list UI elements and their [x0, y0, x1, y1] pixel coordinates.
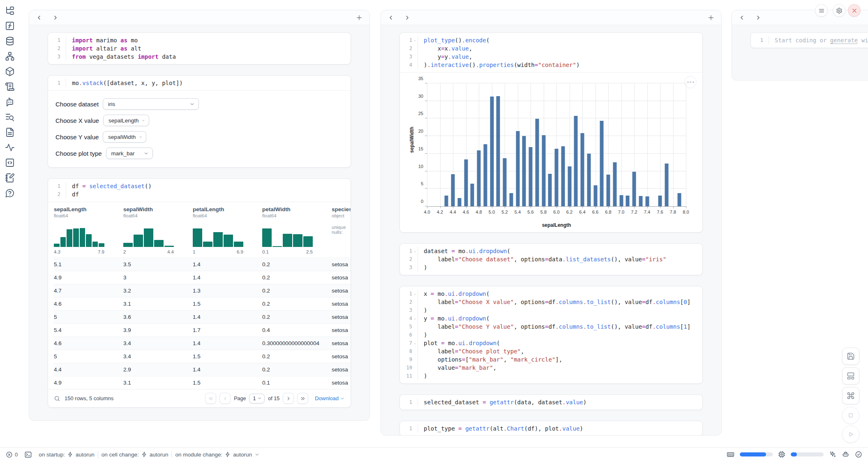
table-column-header[interactable]: petalWidthfloat640.12.5: [262, 206, 332, 258]
workflow-icon[interactable]: [5, 51, 15, 61]
table-row[interactable]: 4.63.41.40.30000000000000004setosa: [54, 337, 351, 350]
prev-page-button[interactable]: [219, 393, 231, 404]
download-button[interactable]: Download: [315, 395, 345, 401]
chevron-right-icon[interactable]: [404, 14, 411, 21]
code-text[interactable]: ): [418, 372, 433, 380]
code-text[interactable]: options=["mark_bar", "mark_circle"],: [418, 355, 568, 364]
package-icon[interactable]: [5, 67, 15, 76]
code-cell-xyplot-dropdowns[interactable]: 1⌄x = mo.ui.dropdown(2 label="Choose X v…: [399, 286, 703, 384]
list-search-icon[interactable]: [5, 112, 15, 122]
chart-bar[interactable]: [477, 150, 481, 206]
chart-bar[interactable]: [639, 196, 642, 206]
chevron-right-icon[interactable]: [52, 14, 59, 21]
table-row[interactable]: 4.63.11.50.2setosa: [54, 297, 351, 310]
chart-bar[interactable]: [555, 149, 559, 206]
code-text[interactable]: selected_dataset = getattr(data, dataset…: [418, 398, 592, 406]
table-row[interactable]: 53.41.50.2setosa: [54, 350, 351, 363]
empty-code-cell[interactable]: 1 Start coding or generate with AI: [750, 32, 868, 48]
chart-bar[interactable]: [496, 96, 500, 206]
code-text[interactable]: ): [418, 263, 433, 272]
chart-bar[interactable]: [574, 116, 578, 206]
table-row[interactable]: 4.931.40.2setosa: [54, 271, 351, 284]
code-square-icon[interactable]: [5, 158, 15, 168]
fold-toggle-icon[interactable]: ⌄: [412, 247, 418, 255]
chart-bar[interactable]: [626, 196, 630, 206]
chart-bar[interactable]: [542, 135, 545, 206]
code-text[interactable]: x = mo.ui.dropdown(: [418, 290, 495, 298]
chart-bar[interactable]: [451, 174, 455, 206]
chart-bar[interactable]: [522, 136, 526, 206]
chart-bar[interactable]: [613, 162, 616, 206]
table-row[interactable]: 4.93.11.50.1setosa: [54, 376, 351, 389]
code-text[interactable]: from vega_datasets import data: [66, 53, 182, 61]
add-cell-button[interactable]: [356, 14, 363, 21]
chart-bar[interactable]: [607, 175, 610, 206]
chart-bar[interactable]: [581, 133, 584, 206]
code-text[interactable]: label="Choose Y value", options=df.colum…: [418, 323, 696, 331]
code-text[interactable]: label="Choose plot type",: [418, 347, 530, 355]
terminal-icon[interactable]: [24, 451, 32, 459]
chart-bar[interactable]: [529, 147, 533, 206]
code-text[interactable]: mo.vstack([dataset, x, y, plot]): [66, 79, 189, 87]
search-icon[interactable]: [54, 395, 60, 402]
choose-plot-type-select[interactable]: mark_bar: [106, 148, 153, 159]
sparkles-icon[interactable]: [829, 451, 836, 458]
chart-bar[interactable]: [509, 193, 513, 206]
code-text[interactable]: df = selected_dataset(): [66, 182, 157, 190]
code-text[interactable]: dataset = mo.ui.dropdown(: [418, 247, 516, 255]
code-placeholder[interactable]: Start coding or generate with AI: [769, 36, 868, 44]
chart-bar[interactable]: [490, 97, 494, 206]
chart-bar[interactable]: [593, 185, 597, 206]
fold-toggle-icon[interactable]: ⌄: [412, 314, 418, 323]
code-text[interactable]: plot_type = getattr(alt.Chart(df), plot.…: [418, 424, 589, 433]
first-page-button[interactable]: [205, 393, 216, 404]
chevron-left-icon[interactable]: [388, 14, 394, 21]
code-cell-selected-dataset[interactable]: 1selected_dataset = getattr(data, datase…: [399, 394, 703, 410]
chart-bar[interactable]: [503, 158, 507, 206]
table-column-header[interactable]: sepalWidthfloat6424.4: [123, 206, 193, 258]
chart-bar[interactable]: [678, 193, 681, 206]
notebook-pen-icon[interactable]: [5, 173, 15, 183]
chart-bar[interactable]: [464, 159, 468, 206]
generate-link[interactable]: generate: [830, 37, 858, 44]
scroll-text-icon[interactable]: [5, 82, 15, 92]
settings-button[interactable]: [833, 4, 845, 17]
save-button[interactable]: [842, 348, 859, 365]
menu-button[interactable]: [815, 4, 828, 17]
activity-icon[interactable]: [5, 143, 15, 152]
code-text[interactable]: y = mo.ui.dropdown(: [418, 314, 495, 323]
command-palette-button[interactable]: [842, 387, 859, 404]
code-text[interactable]: import altair as alt: [66, 44, 147, 53]
function-square-icon[interactable]: [5, 21, 15, 31]
code-text[interactable]: ): [418, 306, 433, 314]
page-select[interactable]: 1: [249, 394, 265, 403]
code-text[interactable]: label="Choose X value", options=df.colum…: [418, 298, 696, 306]
bot-message-icon[interactable]: [5, 97, 15, 107]
chart-bar[interactable]: [568, 166, 571, 206]
chevron-right-icon[interactable]: [755, 14, 762, 21]
chart-bar[interactable]: [561, 146, 565, 206]
code-text[interactable]: y=y.value,: [418, 53, 478, 61]
code-text[interactable]: ).interactive().properties(width="contai…: [418, 61, 585, 69]
chart-bar[interactable]: [619, 195, 623, 206]
add-cell-button[interactable]: [707, 14, 715, 21]
code-text[interactable]: plot = mo.ui.dropdown(: [418, 339, 506, 347]
code-text[interactable]: x=x.value,: [418, 44, 478, 53]
table-row[interactable]: 53.61.40.2setosa: [54, 310, 351, 323]
chart-bar[interactable]: [445, 196, 448, 206]
help-bubble-icon[interactable]: [5, 188, 15, 198]
code-text[interactable]: import marimo as mo: [66, 36, 143, 44]
run-setting[interactable]: on module change:autorun: [175, 452, 260, 458]
fold-toggle-icon[interactable]: ⌄: [412, 36, 418, 44]
chart-bar[interactable]: [645, 196, 649, 206]
run-setting[interactable]: on startup:autorun: [39, 452, 95, 458]
choose-y-value-select[interactable]: sepalWidth: [103, 131, 146, 143]
chart-bar[interactable]: [633, 172, 636, 206]
table-row[interactable]: 5.13.51.40.2setosa: [54, 258, 351, 271]
chevron-left-icon[interactable]: [36, 14, 42, 21]
code-text[interactable]: df: [66, 190, 85, 198]
chart-bar[interactable]: [535, 119, 539, 206]
code-text[interactable]: ): [418, 331, 433, 339]
stop-kernel-button[interactable]: [842, 407, 859, 424]
table-row[interactable]: 4.73.21.30.2setosa: [54, 284, 351, 297]
